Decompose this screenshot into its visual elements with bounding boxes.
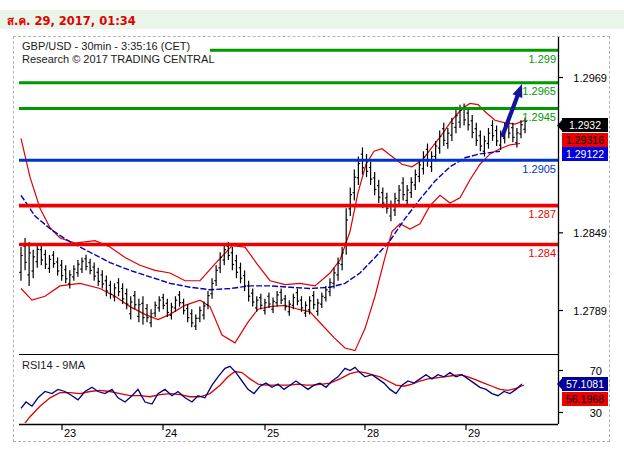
level-label-1.287: 1.287 xyxy=(528,208,556,220)
rsi-box-56.1968: 56.1968 xyxy=(562,392,608,406)
rsi-box-57.1081: 57.1081 xyxy=(562,377,608,391)
rsi-tick-label-30: 30 xyxy=(590,407,602,419)
y-tick-label-1.2849: 1.2849 xyxy=(573,227,607,239)
level-label-1.299: 1.299 xyxy=(528,53,556,65)
x-tick-label-24: 24 xyxy=(165,427,177,439)
chart-copyright: Research © 2017 TRADING CENTRAL xyxy=(22,53,215,65)
rsi-ma-line xyxy=(21,372,524,429)
bullish-trend-arrow-icon xyxy=(502,84,522,137)
level-label-1.2905: 1.2905 xyxy=(522,163,556,175)
price-rsi-chart xyxy=(0,0,624,452)
x-tick-label-25: 25 xyxy=(267,427,279,439)
y-tick-label-1.2789: 1.2789 xyxy=(573,305,607,317)
price-bars xyxy=(19,103,526,330)
level-label-1.284: 1.284 xyxy=(528,247,556,259)
price-box-1.2932: 1.2932 xyxy=(562,118,608,132)
rsi-panel xyxy=(21,366,524,428)
x-tick-label-23: 23 xyxy=(64,427,76,439)
price-box-1.29122: 1.29122 xyxy=(562,147,608,161)
chart-title: GBP/USD - 30min - 3:35:16 (CET) xyxy=(22,40,190,52)
rsi-panel-title: RSI14 - 9MA xyxy=(22,359,85,371)
main-price-panel xyxy=(19,103,526,350)
bollinger-upper-line xyxy=(21,103,525,286)
bollinger-lower-line xyxy=(21,144,520,351)
level-label-1.2965: 1.2965 xyxy=(522,85,556,97)
rsi-tick-label-70: 70 xyxy=(590,365,602,377)
level-label-1.2945: 1.2945 xyxy=(522,111,556,123)
y-tick-label-1.2969: 1.2969 xyxy=(573,72,607,84)
x-tick-label-29: 29 xyxy=(468,427,480,439)
rsi-line xyxy=(21,366,522,408)
price-box-1.29316: 1.29316 xyxy=(562,133,608,147)
chart-page: ส.ค. 29, 2017, 01:34 GBP/USD - 30min - 3… xyxy=(0,0,624,452)
x-tick-label-28: 28 xyxy=(367,427,379,439)
